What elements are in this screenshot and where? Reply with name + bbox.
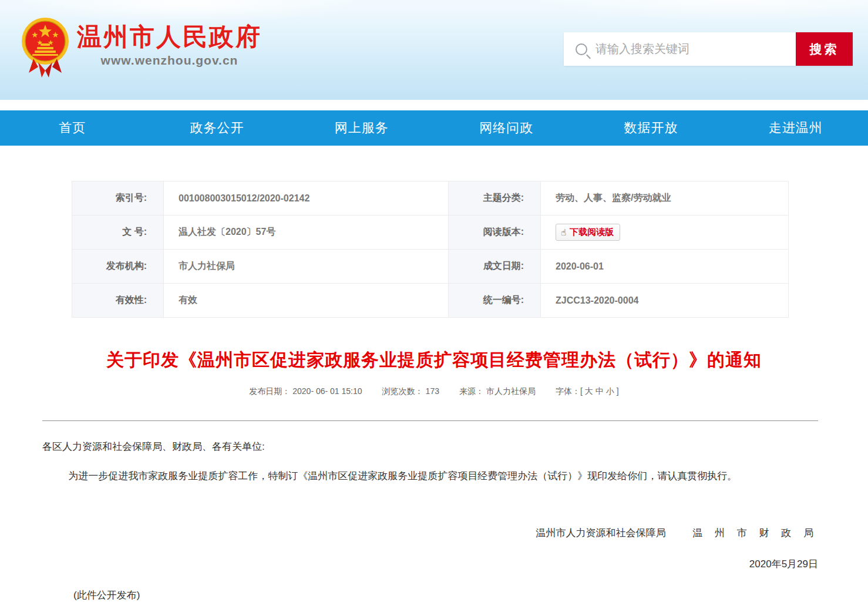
site-url: www.wenzhou.gov.cn — [77, 53, 262, 68]
view-count: 浏览次数： 173 — [382, 386, 439, 397]
nav-item-online-politics[interactable]: 网络问政 — [434, 110, 578, 146]
font-size-medium[interactable]: 中 — [596, 386, 604, 397]
search-box: 搜索 — [564, 32, 853, 66]
nav-item-online-services[interactable]: 网上服务 — [290, 110, 434, 146]
hand-pointer-icon: ☝ — [561, 228, 566, 237]
document-meta-line: 发布日期： 2020- 06- 01 15:10 浏览次数： 173 来源： 市… — [0, 386, 868, 397]
meta-label-doc-no: 文 号: — [72, 216, 164, 250]
nav-item-home[interactable]: 首页 — [0, 110, 144, 146]
nav-item-about-wenzhou[interactable]: 走进温州 — [724, 110, 868, 146]
meta-label-validity: 有效性: — [72, 284, 164, 318]
meta-value-issuing-agency: 市人力社保局 — [164, 250, 449, 284]
meta-value-unified-no: ZJCC13-2020-0004 — [541, 284, 789, 318]
meta-label-unified-no: 统一编号: — [449, 284, 541, 318]
search-button[interactable]: 搜索 — [796, 32, 853, 66]
national-emblem-icon — [21, 16, 70, 78]
content-divider — [42, 420, 818, 421]
download-reading-version-button[interactable]: ☝ 下载阅读版 — [556, 224, 620, 241]
source: 来源： 市人力社保局 — [459, 386, 536, 397]
salutation: 各区人力资源和社会保障局、财政局、各有关单位: — [42, 439, 818, 455]
signature-date: 2020年5月29日 — [42, 557, 818, 571]
meta-value-index-no: 001008003015012/2020-02142 — [164, 181, 449, 216]
site-title: 温州市人民政府 — [77, 23, 262, 51]
site-logo[interactable]: 温州市人民政府 www.wenzhou.gov.cn — [21, 16, 262, 78]
meta-value-doc-no: 温人社发〔2020〕57号 — [164, 216, 449, 250]
meta-label-reading-version: 阅读版本: — [449, 216, 541, 250]
download-button-label: 下载阅读版 — [570, 227, 614, 238]
document-body: 各区人力资源和社会保障局、财政局、各有关单位: 为进一步促进我市家政服务业提质扩… — [42, 439, 818, 602]
body-paragraph: 为进一步促进我市家政服务业提质扩容工作，特制订《温州市区促进家政服务业提质扩容项… — [42, 466, 818, 486]
search-icon — [576, 43, 587, 55]
document-meta-table: 索引号: 001008003015012/2020-02142 主题分类: 劳动… — [72, 181, 788, 318]
meta-value-validity: 有效 — [164, 284, 449, 318]
meta-value-issue-date: 2020-06-01 — [541, 250, 789, 284]
meta-label-topic-category: 主题分类: — [449, 181, 541, 216]
signature-org-hr-bureau: 温州市人力资源和社会保障局 — [536, 526, 665, 540]
document-title: 关于印发《温州市区促进家政服务业提质扩容项目经费管理办法（试行）》的通知 — [0, 348, 868, 372]
meta-value-topic-category: 劳动、人事、监察/劳动就业 — [541, 181, 789, 216]
meta-label-issuing-agency: 发布机构: — [72, 250, 164, 284]
search-field — [564, 32, 796, 66]
public-release-note: (此件公开发布) — [42, 588, 818, 602]
nav-item-open-data[interactable]: 数据开放 — [578, 110, 723, 146]
site-header: 温州市人民政府 www.wenzhou.gov.cn 搜索 — [0, 0, 868, 100]
main-nav: 首页 政务公开 网上服务 网络问政 数据开放 走进温州 — [0, 110, 868, 146]
meta-label-index-no: 索引号: — [72, 181, 164, 216]
signature-row: 温州市人力资源和社会保障局 温 州 市 财 政 局 — [42, 526, 818, 540]
meta-label-issue-date: 成文日期: — [449, 250, 541, 284]
nav-item-gov-disclosure[interactable]: 政务公开 — [144, 110, 289, 146]
meta-value-reading-version: ☝ 下载阅读版 — [541, 216, 789, 250]
publish-date: 发布日期： 2020- 06- 01 15:10 — [249, 386, 362, 397]
font-size-switcher: 字体：[ 大 中 小 ] — [556, 386, 619, 397]
search-input[interactable] — [587, 32, 796, 66]
font-size-large[interactable]: 大 — [585, 386, 593, 397]
signature-org-finance-bureau: 温 州 市 财 政 局 — [692, 526, 818, 540]
font-size-small[interactable]: 小 — [606, 386, 614, 397]
